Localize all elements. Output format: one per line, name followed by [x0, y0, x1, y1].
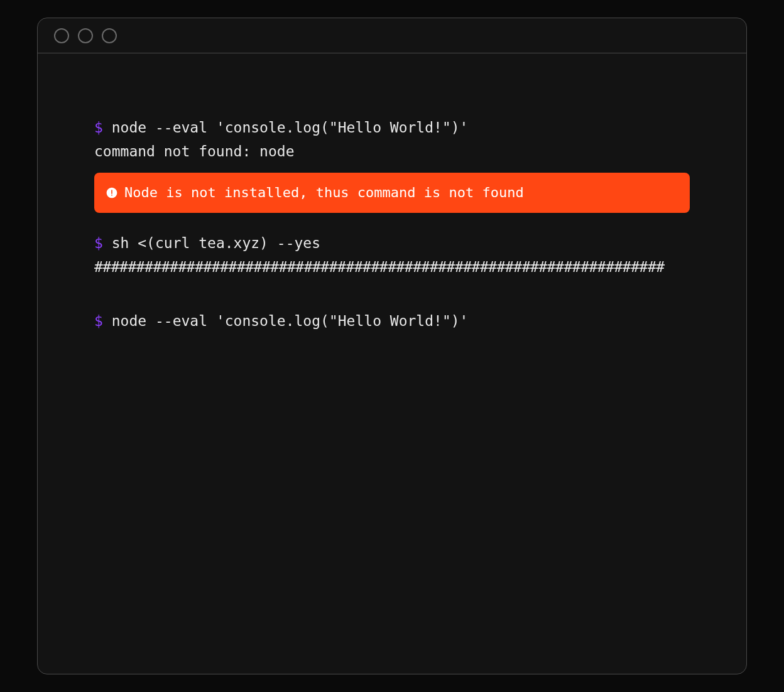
command-text: node --eval 'console.log("Hello World!")…	[112, 119, 469, 136]
alert-icon	[106, 187, 118, 199]
prompt-line: $ sh <(curl tea.xyz) --yes	[94, 232, 690, 256]
progress-bar: ########################################…	[94, 256, 690, 279]
alert-banner: Node is not installed, thus command is n…	[94, 173, 690, 213]
terminal-window: $ node --eval 'console.log("Hello World!…	[37, 18, 747, 674]
prompt-line: $ node --eval 'console.log("Hello World!…	[94, 116, 690, 140]
close-window-button[interactable]	[54, 28, 69, 43]
alert-text: Node is not installed, thus command is n…	[124, 181, 524, 204]
minimize-window-button[interactable]	[78, 28, 93, 43]
command-text: node --eval 'console.log("Hello World!")…	[112, 313, 469, 329]
prompt-symbol: $	[94, 119, 103, 136]
command-text: sh <(curl tea.xyz) --yes	[112, 235, 320, 251]
window-titlebar	[38, 18, 746, 53]
terminal-body[interactable]: $ node --eval 'console.log("Hello World!…	[38, 53, 746, 674]
prompt-symbol: $	[94, 313, 103, 329]
output-line: command not found: node	[94, 140, 690, 164]
maximize-window-button[interactable]	[102, 28, 117, 43]
prompt-line: $ node --eval 'console.log("Hello World!…	[94, 310, 690, 333]
prompt-symbol: $	[94, 235, 103, 251]
